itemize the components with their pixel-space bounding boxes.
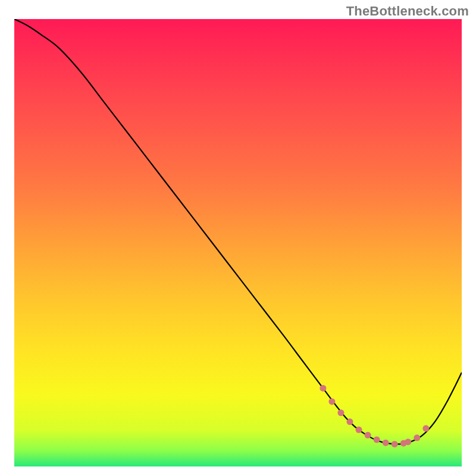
highlight-dot (414, 434, 420, 441)
chart-svg (14, 19, 462, 466)
plot-area (14, 19, 462, 466)
highlight-dot (328, 398, 335, 405)
highlight-dot (392, 441, 398, 447)
highlight-dot (337, 409, 344, 416)
highlight-dot (356, 427, 362, 433)
highlight-dot (365, 432, 371, 439)
gradient-background (14, 19, 462, 466)
highlight-dot (383, 440, 389, 446)
watermark-text: TheBottleneck.com (346, 4, 469, 19)
bottleneck-chart: TheBottleneck.com (0, 0, 476, 476)
highlight-dot (405, 439, 411, 445)
highlight-dot (347, 418, 353, 425)
highlight-dot (320, 385, 326, 392)
highlight-dot (374, 436, 380, 443)
highlight-dot (422, 425, 429, 432)
